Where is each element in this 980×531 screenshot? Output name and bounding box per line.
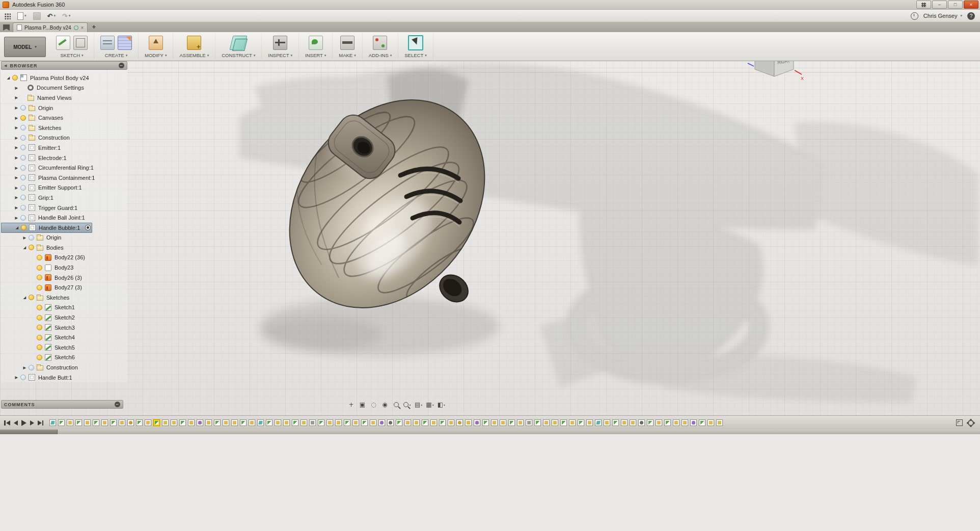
tree-item-body23[interactable]: Body23 <box>1 262 127 273</box>
feature-feature[interactable] <box>145 419 151 426</box>
visibility-bulb-icon[interactable] <box>20 115 26 121</box>
collapsed-arrow-icon[interactable]: ▶ <box>13 95 20 100</box>
sketch-feature[interactable] <box>179 419 186 426</box>
collapsed-arrow-icon[interactable]: ▶ <box>13 185 20 190</box>
visibility-bulb-icon[interactable] <box>20 145 26 150</box>
hole-feature[interactable] <box>387 419 394 426</box>
timeline-play-button[interactable] <box>21 420 26 426</box>
create-sketch-icon[interactable] <box>56 36 70 50</box>
construction-plane-feature[interactable] <box>595 419 602 426</box>
visibility-bulb-icon[interactable] <box>12 75 18 81</box>
visibility-bulb-icon[interactable] <box>37 305 42 310</box>
feature-feature[interactable] <box>119 419 125 426</box>
expanded-arrow-icon[interactable]: ◢ <box>14 225 20 230</box>
file-menu-button[interactable]: ▾ <box>15 11 29 21</box>
feature-feature[interactable] <box>404 419 411 426</box>
collapsed-arrow-icon[interactable]: ▶ <box>13 105 20 110</box>
tree-item-origin[interactable]: ▶Origin <box>1 233 127 243</box>
feature-feature[interactable] <box>448 419 454 426</box>
sketch-feature[interactable] <box>58 419 65 426</box>
sketch-feature[interactable] <box>699 419 705 426</box>
activate-component-radio[interactable] <box>85 225 91 230</box>
collapsed-arrow-icon[interactable]: ▶ <box>13 195 20 200</box>
ribbon-group-assemble[interactable]: ASSEMBLE▾ <box>173 33 215 60</box>
visibility-bulb-icon[interactable] <box>29 365 34 370</box>
timeline-go-to-end-button[interactable] <box>38 420 44 426</box>
expanded-arrow-icon[interactable]: ◢ <box>21 295 28 300</box>
feature-feature[interactable] <box>716 419 723 426</box>
ribbon-group-create[interactable]: CREATE▾ <box>94 33 139 60</box>
visibility-bulb-icon[interactable] <box>20 135 26 141</box>
ribbon-group-construct[interactable]: CONSTRUCT▾ <box>215 33 262 60</box>
feature-feature[interactable] <box>223 419 229 426</box>
new-tab-button[interactable]: + <box>92 23 96 31</box>
feature-feature[interactable] <box>543 419 550 426</box>
feature-feature[interactable] <box>430 419 437 426</box>
expanded-arrow-icon[interactable]: ◢ <box>5 75 12 80</box>
feature-feature[interactable] <box>352 419 359 426</box>
save-button[interactable] <box>31 11 43 21</box>
feature-feature[interactable] <box>162 419 169 426</box>
collapsed-arrow-icon[interactable]: ▶ <box>13 145 20 150</box>
ribbon-group-inspect[interactable]: INSPECT▾ <box>262 33 299 60</box>
print-3d-icon[interactable] <box>340 36 355 50</box>
revolve-feature[interactable] <box>127 419 134 426</box>
tree-item-sketch1[interactable]: Sketch1 <box>1 303 127 313</box>
timeline-expand-icon[interactable] <box>956 419 963 426</box>
user-account-menu[interactable]: Chris Gensey ▾ <box>923 13 962 19</box>
ribbon-group-make[interactable]: MAKE▾ <box>333 33 362 60</box>
tree-item-emitter-support-1[interactable]: ▶Emitter Support:1 <box>1 183 127 193</box>
free-orbit-icon[interactable]: ◌ <box>370 401 377 409</box>
visibility-bulb-icon[interactable] <box>37 315 42 321</box>
feature-feature[interactable] <box>101 419 108 426</box>
tree-item-plasma-pistol-body-v24[interactable]: ◢Plasma Pistol Body v24 <box>1 73 127 83</box>
zoom-icon[interactable] <box>392 401 400 409</box>
tree-item-trigger-guard-1[interactable]: ▶Trigger Guard:1 <box>1 203 127 213</box>
press-pull-icon[interactable] <box>149 36 163 50</box>
visibility-bulb-icon[interactable] <box>20 155 26 161</box>
visibility-bulb-icon[interactable] <box>37 255 42 260</box>
sketch-box-icon[interactable] <box>73 36 88 50</box>
feature-feature[interactable] <box>656 419 662 426</box>
tree-item-bodies[interactable]: ◢Bodies <box>1 243 127 253</box>
sketch-feature[interactable] <box>508 419 515 426</box>
collapsed-arrow-icon[interactable]: ▶ <box>13 175 20 180</box>
feature-feature[interactable] <box>586 419 593 426</box>
tree-item-body22-36-[interactable]: Body22 (36) <box>1 253 127 263</box>
sketch-feature[interactable] <box>664 419 671 426</box>
tree-item-construction[interactable]: ▶Construction <box>1 362 127 373</box>
feature-feature[interactable] <box>465 419 472 426</box>
timeline-scrollbar[interactable] <box>0 430 980 434</box>
tree-item-sketch3[interactable]: Sketch3 <box>1 323 127 333</box>
tree-item-origin[interactable]: ▶Origin <box>1 103 127 113</box>
feature-feature[interactable] <box>171 419 177 426</box>
ribbon-group-select[interactable]: SELECT▾ <box>398 33 433 60</box>
redo-button[interactable]: ↷▾ <box>60 11 73 21</box>
feature-feature[interactable] <box>673 419 679 426</box>
measure-icon[interactable] <box>273 36 287 50</box>
tab-list-icon[interactable] <box>3 24 10 31</box>
pan-icon[interactable]: + <box>347 401 355 409</box>
visibility-bulb-icon[interactable] <box>20 205 26 210</box>
visibility-bulb-icon[interactable] <box>20 215 26 221</box>
tree-item-document-settings[interactable]: ▶Document Settings <box>1 83 127 93</box>
fit-view-icon[interactable]: ▣ <box>359 401 366 409</box>
new-component-icon[interactable] <box>187 36 201 50</box>
sketch-feature[interactable] <box>240 419 247 426</box>
app-grid-button[interactable] <box>2 11 13 21</box>
tree-item-canvases[interactable]: ▶Canvases <box>1 113 127 123</box>
sketch-feature[interactable] <box>110 419 117 426</box>
tree-item-handle-bubble-1[interactable]: ◢Handle Bubble:1 <box>1 223 92 233</box>
mirror-feature[interactable] <box>309 419 316 426</box>
feature-feature[interactable] <box>552 419 558 426</box>
sketch-feature[interactable] <box>266 419 273 426</box>
create-form-icon[interactable] <box>100 36 115 50</box>
window-extra-button[interactable] <box>916 1 931 9</box>
browser-collapse-button[interactable]: – <box>119 63 124 68</box>
tree-item-electrode-1[interactable]: ▶Electrode:1 <box>1 153 127 163</box>
collapsed-arrow-icon[interactable]: ▶ <box>13 155 20 160</box>
collapsed-arrow-icon[interactable]: ▶ <box>13 116 20 120</box>
feature-feature[interactable] <box>67 419 73 426</box>
feature-feature[interactable] <box>630 419 636 426</box>
visibility-bulb-icon[interactable] <box>21 225 26 230</box>
